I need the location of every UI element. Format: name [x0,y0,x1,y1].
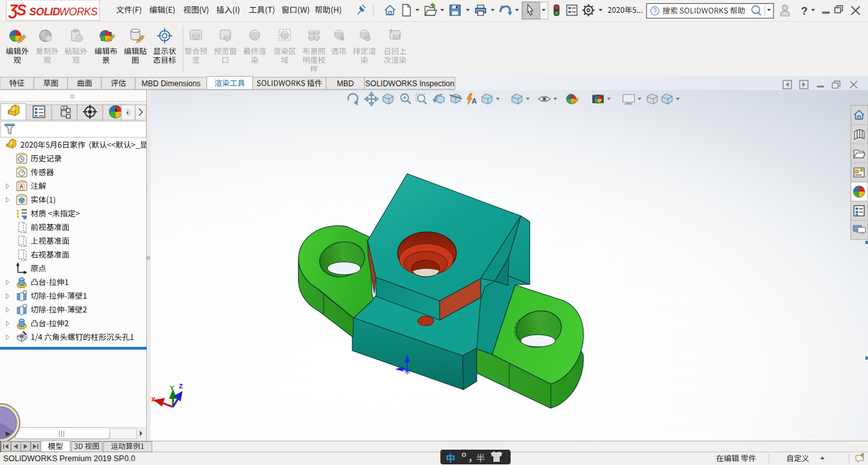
svg-text:MBD: MBD [337,79,354,88]
svg-text:SOLIDWORKS Premium 2019 SP0.0: SOLIDWORKS Premium 2019 SP0.0 [3,454,135,463]
svg-text:Y: Y [170,385,174,392]
svg-text:Z: Z [179,383,183,390]
svg-text:A: A [472,97,477,105]
svg-text:SOLIDWORKS Inspection: SOLIDWORKS Inspection [365,79,454,88]
svg-text:A: A [19,183,23,190]
svg-text:X: X [151,396,156,404]
svg-text:?: ? [801,5,807,17]
svg-text:?: ? [653,8,657,15]
svg-text:MBD Dimensions: MBD Dimensions [142,79,201,88]
